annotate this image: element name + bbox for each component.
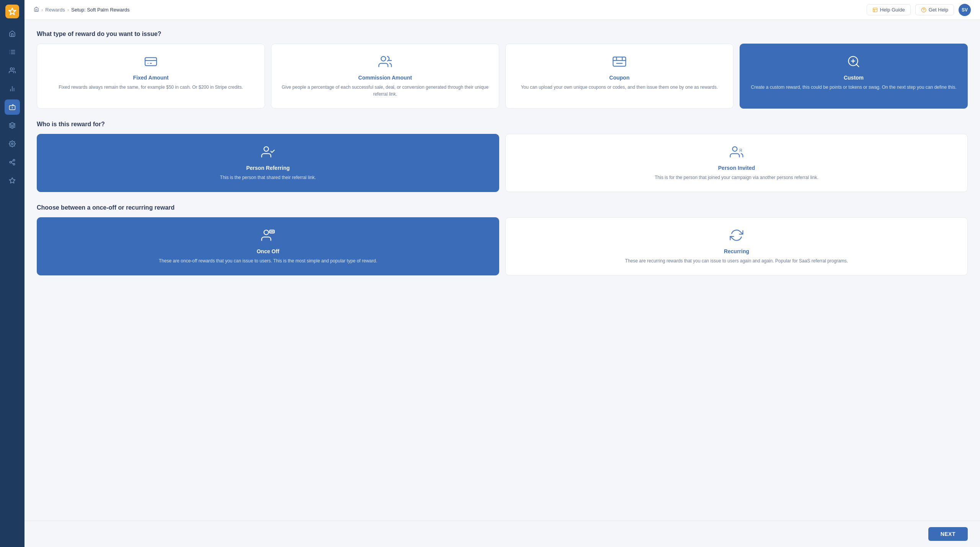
fixed-amount-icon xyxy=(144,55,158,70)
help-guide-button[interactable]: Help Guide xyxy=(867,4,911,15)
breadcrumb-current: Setup: Soft Palm Rewards xyxy=(71,7,129,13)
once-off-desc: These are once-off rewards that you can … xyxy=(159,257,377,264)
svg-line-18 xyxy=(11,163,13,164)
svg-rect-20 xyxy=(873,8,877,12)
header-actions: Help Guide Get Help SV xyxy=(867,4,971,16)
get-help-label: Get Help xyxy=(929,7,948,13)
avatar[interactable]: SV xyxy=(959,4,971,16)
svg-point-7 xyxy=(10,68,13,70)
breadcrumb-sep-1: › xyxy=(41,7,43,13)
custom-icon xyxy=(847,55,861,70)
sidebar-item-layers[interactable] xyxy=(5,118,20,133)
card-once-off[interactable]: Once Off These are once-off rewards that… xyxy=(37,217,499,275)
sidebar-item-users[interactable] xyxy=(5,63,20,78)
card-person-referring[interactable]: Person Referring This is the person that… xyxy=(37,134,499,192)
get-help-button[interactable]: Get Help xyxy=(915,4,954,15)
svg-point-39 xyxy=(733,147,737,151)
reward-frequency-section: Choose between a once-off or recurring r… xyxy=(37,204,968,275)
person-invited-desc: This is for the person that joined your … xyxy=(655,174,818,181)
reward-for-title: Who is this reward for? xyxy=(37,121,968,128)
svg-rect-25 xyxy=(145,58,157,66)
app-logo[interactable] xyxy=(5,5,19,18)
reward-type-section: What type of reward do you want to issue… xyxy=(37,31,968,109)
header: › Rewards › Setup: Soft Palm Rewards Hel… xyxy=(24,0,980,20)
card-coupon[interactable]: Coupon You can upload your own unique co… xyxy=(505,44,733,109)
fixed-amount-desc: Fixed rewards always remain the same, fo… xyxy=(59,84,243,91)
card-person-invited[interactable]: R Person Invited This is for the person … xyxy=(505,134,968,192)
breadcrumb-rewards[interactable]: Rewards xyxy=(45,7,65,13)
sidebar-item-settings[interactable] xyxy=(5,136,20,151)
content-area: What type of reward do you want to issue… xyxy=(24,20,980,547)
main-area: › Rewards › Setup: Soft Palm Rewards Hel… xyxy=(24,0,980,547)
next-button[interactable]: NEXT xyxy=(928,527,968,541)
svg-text:R: R xyxy=(740,148,743,153)
svg-point-41 xyxy=(264,230,269,235)
reward-frequency-cards: Once Off These are once-off rewards that… xyxy=(37,217,968,275)
svg-marker-0 xyxy=(9,8,16,15)
sidebar-item-rewards[interactable] xyxy=(5,99,20,115)
custom-title: Custom xyxy=(844,75,864,81)
reward-type-cards: Fixed Amount Fixed rewards always remain… xyxy=(37,44,968,109)
card-fixed-amount[interactable]: Fixed Amount Fixed rewards always remain… xyxy=(37,44,265,109)
once-off-title: Once Off xyxy=(256,248,279,254)
recurring-desc: These are recurring rewards that you can… xyxy=(625,257,848,264)
reward-type-title: What type of reward do you want to issue… xyxy=(37,31,968,37)
sidebar-item-list[interactable] xyxy=(5,44,20,60)
sidebar-item-analytics[interactable] xyxy=(5,81,20,96)
svg-line-19 xyxy=(11,161,13,162)
breadcrumb-sep-2: › xyxy=(67,7,69,13)
person-referring-desc: This is the person that shared their ref… xyxy=(220,174,316,181)
person-invited-icon: R xyxy=(730,145,743,160)
reward-for-section: Who is this reward for? Person Referring… xyxy=(37,121,968,192)
help-guide-label: Help Guide xyxy=(880,7,905,13)
breadcrumb: › Rewards › Setup: Soft Palm Rewards xyxy=(34,7,129,13)
recurring-title: Recurring xyxy=(724,248,749,254)
custom-desc: Create a custom reward, this could be po… xyxy=(751,84,957,91)
card-commission-amount[interactable]: Commission Amount Give people a percenta… xyxy=(271,44,499,109)
reward-frequency-title: Choose between a once-off or recurring r… xyxy=(37,204,968,211)
commission-amount-title: Commission Amount xyxy=(358,75,412,81)
coupon-icon xyxy=(612,55,626,70)
card-recurring[interactable]: Recurring These are recurring rewards th… xyxy=(505,217,968,275)
svg-point-14 xyxy=(11,143,13,145)
sidebar-item-extras[interactable] xyxy=(5,173,20,188)
person-referring-icon xyxy=(261,145,275,160)
fixed-amount-title: Fixed Amount xyxy=(133,75,169,81)
person-invited-title: Person Invited xyxy=(718,165,755,171)
svg-rect-31 xyxy=(613,57,626,66)
commission-amount-desc: Give people a percentage of each success… xyxy=(279,84,491,98)
once-off-icon xyxy=(261,228,275,244)
sidebar xyxy=(0,0,24,547)
coupon-title: Coupon xyxy=(609,75,630,81)
card-custom[interactable]: Custom Create a custom reward, this coul… xyxy=(740,44,968,109)
svg-marker-13 xyxy=(10,123,15,126)
sidebar-item-home[interactable] xyxy=(5,26,20,41)
person-referring-title: Person Referring xyxy=(246,165,290,171)
svg-point-38 xyxy=(264,147,269,151)
coupon-desc: You can upload your own unique coupons o… xyxy=(521,84,718,91)
home-icon[interactable] xyxy=(34,7,39,13)
sidebar-item-integrations[interactable] xyxy=(5,155,20,170)
reward-for-cards: Person Referring This is the person that… xyxy=(37,134,968,192)
svg-point-29 xyxy=(381,57,386,61)
footer: NEXT xyxy=(24,521,980,547)
svg-line-35 xyxy=(856,64,859,67)
recurring-icon xyxy=(730,228,743,244)
commission-amount-icon xyxy=(378,55,392,70)
